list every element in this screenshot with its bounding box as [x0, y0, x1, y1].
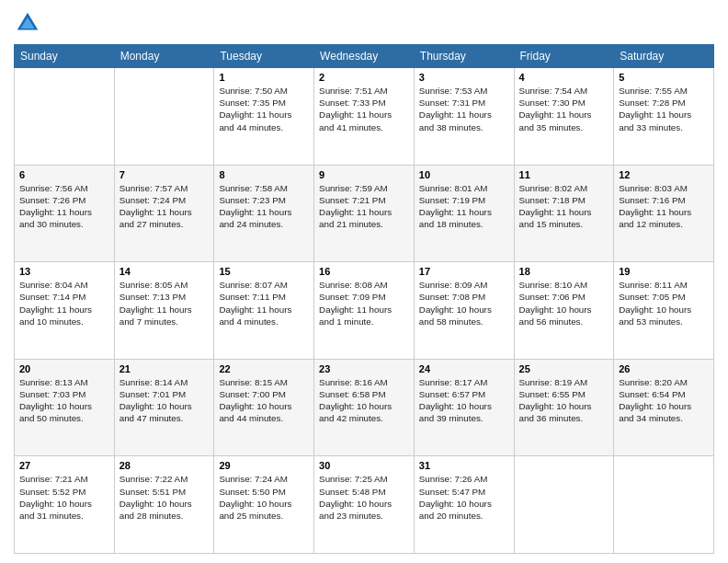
- day-info: Sunrise: 8:17 AMSunset: 6:57 PMDaylight:…: [419, 377, 492, 424]
- header-cell-tuesday: Tuesday: [214, 45, 314, 68]
- day-number: 31: [419, 460, 509, 471]
- header: [14, 9, 714, 37]
- day-number: 11: [519, 169, 609, 180]
- day-number: 27: [19, 460, 109, 471]
- calendar-cell: 18Sunrise: 8:10 AMSunset: 7:06 PMDayligh…: [514, 262, 614, 360]
- day-info: Sunrise: 8:07 AMSunset: 7:11 PMDaylight:…: [219, 280, 291, 327]
- calendar-table: SundayMondayTuesdayWednesdayThursdayFrid…: [14, 44, 714, 554]
- day-number: 22: [219, 363, 309, 374]
- calendar-cell: 6Sunrise: 7:56 AMSunset: 7:26 PMDaylight…: [15, 165, 115, 262]
- calendar-cell: 9Sunrise: 7:59 AMSunset: 7:21 PMDaylight…: [314, 165, 415, 262]
- day-info: Sunrise: 8:01 AMSunset: 7:19 PMDaylight:…: [419, 183, 492, 230]
- day-info: Sunrise: 7:53 AMSunset: 7:31 PMDaylight:…: [419, 86, 492, 132]
- day-info: Sunrise: 8:08 AMSunset: 7:09 PMDaylight:…: [319, 280, 392, 327]
- day-info: Sunrise: 8:03 AMSunset: 7:16 PMDaylight:…: [619, 183, 691, 230]
- day-number: 3: [419, 72, 509, 83]
- day-info: Sunrise: 7:58 AMSunset: 7:23 PMDaylight:…: [219, 183, 291, 230]
- day-info: Sunrise: 7:51 AMSunset: 7:33 PMDaylight:…: [319, 86, 392, 132]
- calendar-cell: 16Sunrise: 8:08 AMSunset: 7:09 PMDayligh…: [314, 262, 415, 360]
- day-number: 23: [319, 363, 409, 374]
- day-number: 20: [19, 363, 109, 374]
- logo: [14, 9, 45, 37]
- week-row-5: 27Sunrise: 7:21 AMSunset: 5:52 PMDayligh…: [15, 456, 714, 554]
- day-info: Sunrise: 8:19 AMSunset: 6:55 PMDaylight:…: [519, 377, 592, 424]
- day-number: 18: [519, 266, 609, 277]
- calendar-cell: 15Sunrise: 8:07 AMSunset: 7:11 PMDayligh…: [214, 262, 314, 360]
- calendar-cell: 30Sunrise: 7:25 AMSunset: 5:48 PMDayligh…: [314, 456, 415, 554]
- calendar-cell: 23Sunrise: 8:16 AMSunset: 6:58 PMDayligh…: [314, 359, 415, 456]
- calendar-cell: 25Sunrise: 8:19 AMSunset: 6:55 PMDayligh…: [514, 359, 614, 456]
- day-number: 10: [419, 169, 509, 180]
- calendar-cell: 8Sunrise: 7:58 AMSunset: 7:23 PMDaylight…: [214, 165, 314, 262]
- calendar-cell: 10Sunrise: 8:01 AMSunset: 7:19 PMDayligh…: [414, 165, 514, 262]
- day-info: Sunrise: 7:26 AMSunset: 5:47 PMDaylight:…: [419, 474, 492, 521]
- day-number: 4: [519, 72, 609, 83]
- day-number: 6: [19, 169, 109, 180]
- day-number: 2: [319, 72, 409, 83]
- calendar-cell: 7Sunrise: 7:57 AMSunset: 7:24 PMDaylight…: [114, 165, 214, 262]
- day-number: 16: [319, 266, 409, 277]
- calendar-cell: 12Sunrise: 8:03 AMSunset: 7:16 PMDayligh…: [614, 165, 714, 262]
- day-info: Sunrise: 8:11 AMSunset: 7:05 PMDaylight:…: [619, 280, 691, 327]
- header-cell-wednesday: Wednesday: [314, 45, 415, 68]
- week-row-1: 1Sunrise: 7:50 AMSunset: 7:35 PMDaylight…: [15, 68, 714, 166]
- calendar-cell: 5Sunrise: 7:55 AMSunset: 7:28 PMDaylight…: [614, 68, 714, 166]
- day-number: 12: [619, 169, 709, 180]
- day-info: Sunrise: 8:14 AMSunset: 7:01 PMDaylight:…: [119, 377, 192, 424]
- calendar-cell: 20Sunrise: 8:13 AMSunset: 7:03 PMDayligh…: [15, 359, 115, 456]
- header-row: SundayMondayTuesdayWednesdayThursdayFrid…: [15, 45, 714, 68]
- day-info: Sunrise: 7:22 AMSunset: 5:51 PMDaylight:…: [119, 474, 192, 521]
- calendar-cell: [514, 456, 614, 554]
- day-info: Sunrise: 7:21 AMSunset: 5:52 PMDaylight:…: [19, 474, 92, 521]
- day-info: Sunrise: 7:54 AMSunset: 7:30 PMDaylight:…: [519, 86, 592, 132]
- day-number: 29: [219, 460, 309, 471]
- calendar-cell: 24Sunrise: 8:17 AMSunset: 6:57 PMDayligh…: [414, 359, 514, 456]
- day-number: 14: [119, 266, 210, 277]
- calendar-cell: 27Sunrise: 7:21 AMSunset: 5:52 PMDayligh…: [15, 456, 115, 554]
- day-info: Sunrise: 7:59 AMSunset: 7:21 PMDaylight:…: [319, 183, 392, 230]
- calendar-cell: 13Sunrise: 8:04 AMSunset: 7:14 PMDayligh…: [15, 262, 115, 360]
- day-info: Sunrise: 8:02 AMSunset: 7:18 PMDaylight:…: [519, 183, 592, 230]
- calendar-cell: 29Sunrise: 7:24 AMSunset: 5:50 PMDayligh…: [214, 456, 314, 554]
- day-info: Sunrise: 7:24 AMSunset: 5:50 PMDaylight:…: [219, 474, 291, 521]
- day-info: Sunrise: 8:16 AMSunset: 6:58 PMDaylight:…: [319, 377, 392, 424]
- week-row-3: 13Sunrise: 8:04 AMSunset: 7:14 PMDayligh…: [15, 262, 714, 360]
- day-number: 19: [619, 266, 709, 277]
- day-number: 15: [219, 266, 309, 277]
- day-number: 9: [319, 169, 409, 180]
- day-number: 5: [619, 72, 709, 83]
- day-number: 17: [419, 266, 509, 277]
- day-number: 26: [619, 363, 709, 374]
- day-info: Sunrise: 8:09 AMSunset: 7:08 PMDaylight:…: [419, 280, 492, 327]
- calendar-cell: [15, 68, 115, 166]
- calendar-cell: [614, 456, 714, 554]
- header-cell-thursday: Thursday: [414, 45, 514, 68]
- day-number: 8: [219, 169, 309, 180]
- day-info: Sunrise: 7:25 AMSunset: 5:48 PMDaylight:…: [319, 474, 392, 521]
- calendar-cell: 14Sunrise: 8:05 AMSunset: 7:13 PMDayligh…: [114, 262, 214, 360]
- day-info: Sunrise: 7:57 AMSunset: 7:24 PMDaylight:…: [119, 183, 192, 230]
- day-info: Sunrise: 7:55 AMSunset: 7:28 PMDaylight:…: [619, 86, 691, 132]
- day-number: 25: [519, 363, 609, 374]
- day-number: 30: [319, 460, 409, 471]
- logo-icon: [14, 9, 41, 37]
- header-cell-friday: Friday: [514, 45, 614, 68]
- header-cell-saturday: Saturday: [614, 45, 714, 68]
- day-info: Sunrise: 8:20 AMSunset: 6:54 PMDaylight:…: [619, 377, 691, 424]
- calendar-cell: [114, 68, 214, 166]
- header-cell-sunday: Sunday: [15, 45, 115, 68]
- day-info: Sunrise: 8:05 AMSunset: 7:13 PMDaylight:…: [119, 280, 192, 327]
- calendar-cell: 28Sunrise: 7:22 AMSunset: 5:51 PMDayligh…: [114, 456, 214, 554]
- calendar-cell: 19Sunrise: 8:11 AMSunset: 7:05 PMDayligh…: [614, 262, 714, 360]
- calendar-cell: 17Sunrise: 8:09 AMSunset: 7:08 PMDayligh…: [414, 262, 514, 360]
- day-number: 21: [119, 363, 210, 374]
- day-number: 28: [119, 460, 210, 471]
- day-info: Sunrise: 8:13 AMSunset: 7:03 PMDaylight:…: [19, 377, 92, 424]
- day-info: Sunrise: 8:10 AMSunset: 7:06 PMDaylight:…: [519, 280, 592, 327]
- day-info: Sunrise: 8:15 AMSunset: 7:00 PMDaylight:…: [219, 377, 291, 424]
- day-info: Sunrise: 8:04 AMSunset: 7:14 PMDaylight:…: [19, 280, 92, 327]
- day-number: 13: [19, 266, 109, 277]
- day-info: Sunrise: 7:56 AMSunset: 7:26 PMDaylight:…: [19, 183, 92, 230]
- day-number: 1: [219, 72, 309, 83]
- calendar-cell: 21Sunrise: 8:14 AMSunset: 7:01 PMDayligh…: [114, 359, 214, 456]
